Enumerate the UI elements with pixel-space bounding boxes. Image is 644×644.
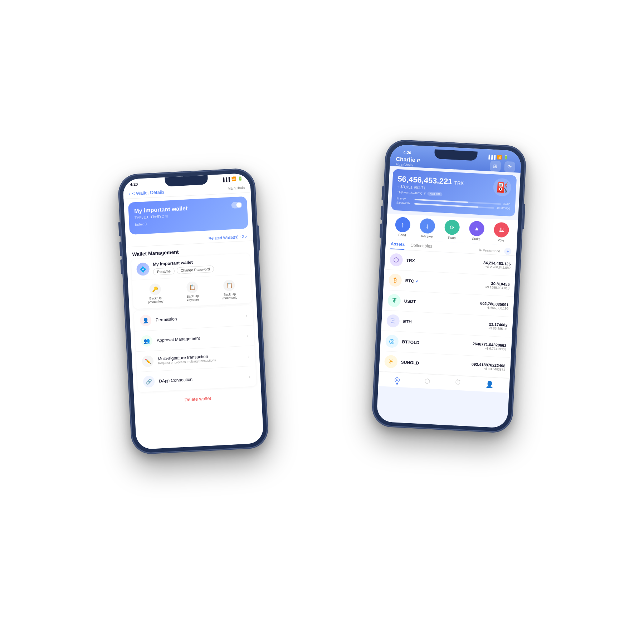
backup-private-key[interactable]: 🔑 Back Up private key <box>147 283 164 304</box>
trx-values: 34,234,453.126 ≈$ 2,760,842.982 <box>483 260 511 270</box>
btt-name: BTTOLD <box>402 339 419 345</box>
header-actions: ⊞ ⟳ <box>490 161 515 173</box>
keystore-icon: 📋 <box>186 281 199 293</box>
backup-row: 🔑 Back Up private key 📋 Back Up keystore… <box>132 274 252 309</box>
right-header: 4:20 ▐▐▐ 📶 🔋 Charlie ⇄ M <box>390 144 522 173</box>
add-asset-button[interactable]: + <box>504 248 512 255</box>
nav-assets[interactable]: ◎ <box>394 375 400 384</box>
swap-circle: ⟳ <box>444 219 460 235</box>
approval-label: Approval Management <box>157 333 243 343</box>
eth-icon: Ξ <box>386 314 400 328</box>
eth-values: 21.174682 ≈$ 85,885.35 <box>488 322 508 331</box>
signal-icon: ▐▐▐ <box>221 177 230 182</box>
dapp-icon: 🔗 <box>143 376 155 388</box>
preference-button[interactable]: ⇅ Preference + <box>479 246 512 255</box>
right-signal: ▐▐▐ <box>487 155 496 159</box>
multisig-icon: ✏️ <box>142 355 154 367</box>
wallet-card: My important wallet THPvaU...Fhn5YC ⎘ In… <box>128 196 248 235</box>
permission-icon: 👤 <box>140 314 152 327</box>
nav-profile[interactable]: 👤 <box>486 380 494 389</box>
avatar-icon: 💠 <box>139 265 147 273</box>
receive-action[interactable]: ↓ Receive <box>419 218 435 239</box>
nav-history[interactable]: ⏱ <box>455 379 462 387</box>
btt-values: 2648771.04328662 ≈$ 6.77419355 <box>472 342 507 351</box>
mgmt-name-section: 💠 My important wallet Rename Change Pass… <box>131 253 252 309</box>
wifi-icon: 📶 <box>231 176 236 181</box>
right-battery: 🔋 <box>503 155 509 160</box>
backup-keystore[interactable]: 📋 Back Up keystore <box>186 281 199 302</box>
profile-nav-icon: 👤 <box>486 380 494 389</box>
swap-action[interactable]: ⟳ Swap <box>444 219 460 240</box>
approval-icon: 👥 <box>141 335 153 347</box>
tab-collectibles[interactable]: Collectibles <box>410 243 433 251</box>
change-password-button[interactable]: Change Password <box>176 265 214 274</box>
chevron-right-icon2: › <box>247 333 248 338</box>
nav-dot <box>396 383 398 385</box>
vote-label: Vote <box>498 238 504 242</box>
btt-icon: ◎ <box>385 335 399 348</box>
usdt-values: 602,786.035091 ≈$ 606,000.199 <box>480 301 509 311</box>
btc-icon: ₿ <box>389 273 402 287</box>
private-key-icon: 🔑 <box>149 283 161 296</box>
wallet-toggle[interactable] <box>231 201 242 209</box>
chevron-right-icon: › <box>245 313 247 318</box>
scan-button[interactable]: ⊞ <box>490 161 501 172</box>
vote-circle: 🗳 <box>494 222 509 238</box>
sort-icon: ⇅ <box>479 248 482 252</box>
btc-name: BTC ✔ <box>405 278 418 284</box>
back-arrow-icon: ‹ <box>129 191 131 196</box>
left-phone-screen: 4:20 ▐▐▐ 📶 🔋 ‹ < Wallet Details MainChai… <box>122 173 264 450</box>
btc-verified: ✔ <box>415 279 419 283</box>
mgmt-menu-section: 👤 Permission › 👥 Approval Management › ✏… <box>134 305 257 392</box>
nav-collectibles[interactable]: ⬡ <box>424 377 430 385</box>
right-time: 4:20 <box>403 150 411 155</box>
stake-circle: ▲ <box>469 221 485 236</box>
rename-button[interactable]: Rename <box>153 268 175 275</box>
header-chain: MainChain <box>228 186 245 190</box>
status-icons: ▐▐▐ 📶 🔋 <box>221 176 243 182</box>
assets-nav-icon: ◎ <box>394 375 400 384</box>
chevron-right-icon4: › <box>249 374 250 379</box>
back-button[interactable]: ‹ < Wallet Details <box>129 189 164 196</box>
tab-assets[interactable]: Assets <box>390 241 405 250</box>
collectibles-nav-icon: ⬡ <box>424 377 430 385</box>
trx-icon: ⬡ <box>390 253 403 267</box>
send-action[interactable]: ↑ Send <box>395 217 411 237</box>
send-circle: ↑ <box>395 217 410 233</box>
btc-values: 30.810455 ≈$ 1555,934.813 <box>485 281 510 290</box>
copy-icon[interactable]: ⎘ <box>166 214 168 218</box>
sun-icon: ☀ <box>384 355 398 369</box>
balance-card: 56,456,453.221 TRX ≈ $3,951,951.71 THPwe… <box>391 169 517 216</box>
right-status-icons: ▐▐▐ 📶 🔋 <box>487 154 508 160</box>
send-label: Send <box>398 233 406 237</box>
usdt-name: USDT <box>404 299 416 304</box>
wallet-info-col: My important wallet Rename Change Passwo… <box>153 257 246 275</box>
swap-label: Swap <box>448 236 456 240</box>
permission-label: Permission <box>156 313 241 323</box>
history-nav-icon: ⏱ <box>455 379 462 386</box>
right-phone: 4:20 ▐▐▐ 📶 🔋 Charlie ⇄ M <box>372 140 526 433</box>
copy-address-icon[interactable]: ⎘ <box>424 191 426 195</box>
usdt-icon: ₮ <box>387 294 401 307</box>
right-chain-label: MainChain <box>395 162 420 167</box>
refresh-button[interactable]: ⟳ <box>504 161 516 173</box>
left-phone: 4:20 ▐▐▐ 📶 🔋 ‹ < Wallet Details MainChai… <box>118 169 268 454</box>
left-time: 4:20 <box>130 182 138 186</box>
sun-values: 692.418878222498 ≈$ 13.5483871 <box>471 362 506 372</box>
receive-circle: ↓ <box>419 218 435 234</box>
right-wifi: 📶 <box>497 155 502 160</box>
sun-name: SUNOLD <box>401 360 419 366</box>
receive-label: Receive <box>421 234 433 239</box>
wallet-avatar: 💠 <box>136 262 150 276</box>
right-phone-screen: 4:20 ▐▐▐ 📶 🔋 Charlie ⇄ M <box>376 144 522 428</box>
backup-mnemonic[interactable]: 📋 Back Up mnemonic <box>221 279 237 300</box>
vote-action[interactable]: 🗳 Vote <box>493 222 509 242</box>
swap-chains-icon[interactable]: ⇄ <box>416 157 420 163</box>
stake-label: Stake <box>472 237 480 241</box>
eth-name: ETH <box>403 319 412 324</box>
stake-action[interactable]: ▲ Stake <box>469 221 485 241</box>
asset-list: ⬡ TRX 34,234,453.126 ≈$ 2,760,842.982 ₿ … <box>379 249 516 379</box>
dapp-label: DApp Connection <box>159 374 245 384</box>
non-hd-badge: Non-HD <box>427 191 443 196</box>
trx-name: TRX <box>406 258 415 263</box>
